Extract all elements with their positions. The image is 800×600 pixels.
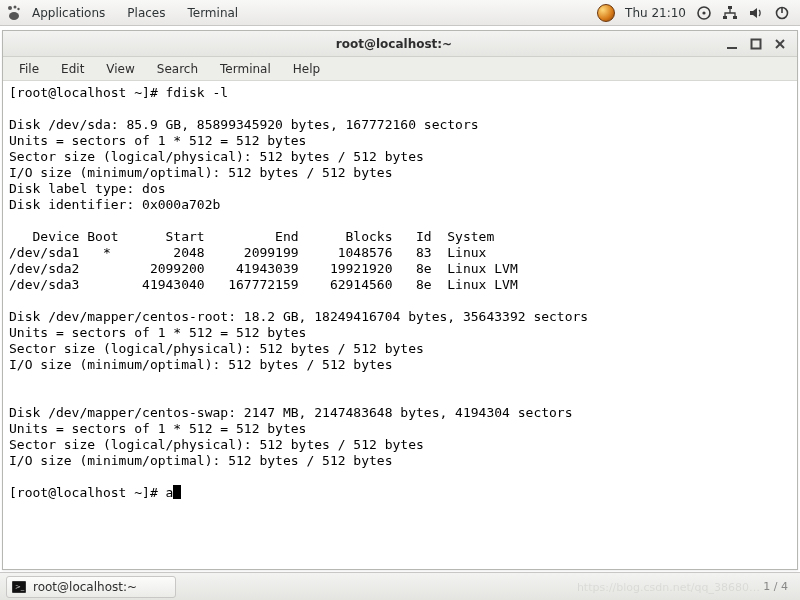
- window-titlebar[interactable]: root@localhost:~: [3, 31, 797, 57]
- output-line: Units = sectors of 1 * 512 = 512 bytes: [9, 325, 306, 340]
- output-line: Units = sectors of 1 * 512 = 512 bytes: [9, 133, 306, 148]
- command-text: a: [166, 485, 174, 500]
- output-line: Sector size (logical/physical): 512 byte…: [9, 149, 424, 164]
- terminal-icon: >_: [11, 579, 27, 595]
- svg-point-0: [8, 6, 12, 10]
- output-line: Disk /dev/sda: 85.9 GB, 85899345920 byte…: [9, 117, 479, 132]
- output-line: Units = sectors of 1 * 512 = 512 bytes: [9, 421, 306, 436]
- output-line: /dev/sda3 41943040 167772159 62914560 8e…: [9, 277, 518, 292]
- workspace-pager[interactable]: 1 / 4: [763, 580, 794, 593]
- maximize-button[interactable]: [749, 37, 763, 51]
- output-line: Disk identifier: 0x000a702b: [9, 197, 220, 212]
- svg-text:>_: >_: [15, 583, 25, 591]
- output-line: Sector size (logical/physical): 512 byte…: [9, 437, 424, 452]
- output-line: Sector size (logical/physical): 512 byte…: [9, 341, 424, 356]
- svg-point-1: [14, 5, 17, 8]
- terminal-menubar: File Edit View Search Terminal Help: [3, 57, 797, 81]
- update-notifier-icon[interactable]: [597, 4, 615, 22]
- menu-help[interactable]: Help: [283, 59, 330, 79]
- svg-point-2: [17, 7, 19, 9]
- terminal-window: root@localhost:~ File Edit View Search T…: [2, 30, 798, 570]
- svg-point-3: [9, 12, 19, 20]
- terminal-viewport[interactable]: [root@localhost ~]# fdisk -l Disk /dev/s…: [3, 81, 797, 569]
- svg-rect-12: [752, 39, 761, 48]
- prompt: [root@localhost ~]#: [9, 485, 166, 500]
- output-line: /dev/sda1 * 2048 2099199 1048576 83 Linu…: [9, 245, 486, 260]
- output-line: Disk /dev/mapper/centos-swap: 2147 MB, 2…: [9, 405, 573, 420]
- top-panel: Applications Places Terminal Thu 21:10: [0, 0, 800, 26]
- power-icon[interactable]: [774, 5, 790, 21]
- menu-view[interactable]: View: [96, 59, 144, 79]
- accessibility-icon[interactable]: [696, 5, 712, 21]
- system-tray: Thu 21:10: [597, 4, 794, 22]
- minimize-button[interactable]: [725, 37, 739, 51]
- window-controls: [715, 37, 797, 51]
- taskbar-button-terminal[interactable]: >_ root@localhost:~: [6, 576, 176, 598]
- menu-applications[interactable]: Applications: [22, 3, 115, 23]
- window-title: root@localhost:~: [73, 37, 715, 51]
- bottom-taskbar: >_ root@localhost:~ 1 / 4: [0, 572, 800, 600]
- taskbar-button-label: root@localhost:~: [33, 580, 137, 594]
- command-text: fdisk -l: [166, 85, 229, 100]
- clock[interactable]: Thu 21:10: [625, 6, 686, 20]
- volume-icon[interactable]: [748, 5, 764, 21]
- menu-file[interactable]: File: [9, 59, 49, 79]
- prompt: [root@localhost ~]#: [9, 85, 166, 100]
- network-icon[interactable]: [722, 5, 738, 21]
- output-line: Disk label type: dos: [9, 181, 166, 196]
- output-line: I/O size (minimum/optimal): 512 bytes / …: [9, 357, 393, 372]
- output-line: Device Boot Start End Blocks Id System: [9, 229, 494, 244]
- svg-point-5: [702, 11, 705, 14]
- svg-rect-7: [723, 16, 727, 19]
- output-line: Disk /dev/mapper/centos-root: 18.2 GB, 1…: [9, 309, 588, 324]
- output-line: I/O size (minimum/optimal): 512 bytes / …: [9, 453, 393, 468]
- svg-rect-8: [733, 16, 737, 19]
- global-app-menu: Applications Places Terminal: [22, 3, 248, 23]
- menu-edit[interactable]: Edit: [51, 59, 94, 79]
- svg-rect-6: [728, 6, 732, 9]
- menu-terminal2[interactable]: Terminal: [210, 59, 281, 79]
- menu-places[interactable]: Places: [117, 3, 175, 23]
- output-line: /dev/sda2 2099200 41943039 19921920 8e L…: [9, 261, 518, 276]
- gnome-foot-icon: [6, 5, 22, 21]
- close-button[interactable]: [773, 37, 787, 51]
- menu-search[interactable]: Search: [147, 59, 208, 79]
- terminal-cursor: [173, 485, 181, 499]
- menu-terminal[interactable]: Terminal: [177, 3, 248, 23]
- output-line: I/O size (minimum/optimal): 512 bytes / …: [9, 165, 393, 180]
